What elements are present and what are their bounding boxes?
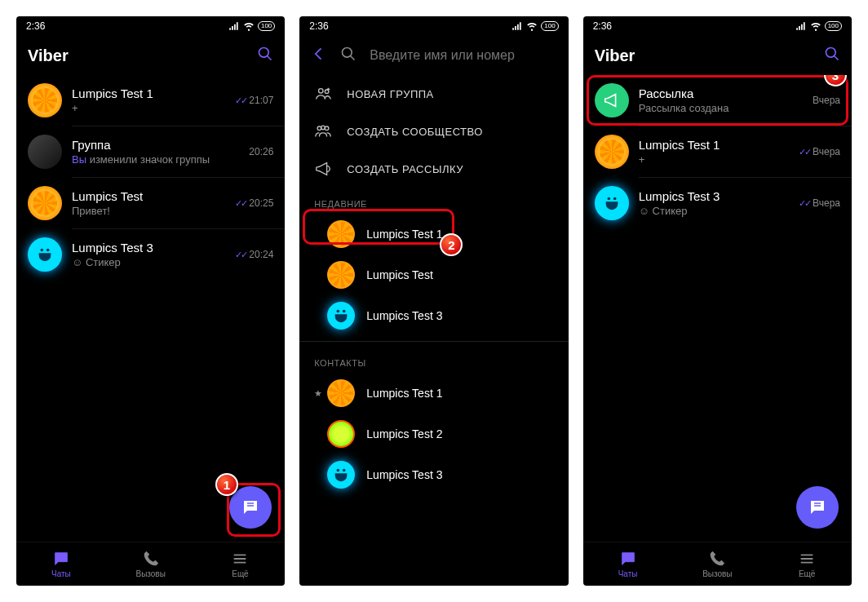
- search-icon: [257, 46, 273, 62]
- chat-name: Lumpics Test: [72, 189, 225, 203]
- contact-name: Lumpics Test 1: [366, 387, 442, 400]
- signal-icon: [228, 20, 240, 32]
- chat-text: Группа Вы изменили значок группы: [72, 138, 239, 166]
- svg-point-4: [319, 89, 324, 94]
- svg-point-12: [343, 469, 346, 472]
- chat-time: 20:24: [249, 249, 273, 260]
- tab-calls[interactable]: Вызовы: [106, 542, 196, 586]
- status-time: 2:36: [309, 20, 328, 32]
- back-button[interactable]: [311, 46, 327, 65]
- avatar: [595, 186, 629, 220]
- contact-item[interactable]: Lumpics Test 2: [299, 414, 568, 454]
- app-title: Viber: [595, 46, 811, 65]
- chat-item[interactable]: Группа Вы изменили значок группы 20:26: [16, 126, 285, 177]
- avatar: [28, 83, 62, 117]
- svg-point-0: [259, 48, 269, 58]
- tab-label: Чаты: [618, 569, 638, 578]
- search-input[interactable]: [370, 48, 556, 63]
- chat-preview: Рассылка создана: [639, 102, 803, 114]
- search-button[interactable]: [824, 46, 840, 65]
- chat-time: Вчера: [813, 197, 840, 209]
- avatar: [327, 302, 355, 330]
- chats-body: Рассылка Рассылка создана Вчера 3 Lumpic…: [583, 75, 852, 542]
- chat-text: Lumpics Test Привет!: [72, 189, 225, 217]
- svg-point-10: [343, 310, 346, 313]
- tab-calls[interactable]: Вызовы: [672, 542, 762, 586]
- chat-name: Lumpics Test 1: [639, 138, 789, 152]
- chat-preview: ☺ Стикер: [639, 205, 789, 217]
- status-icons: 100: [795, 20, 842, 32]
- search-button[interactable]: [257, 46, 273, 65]
- arrow-left-icon: [311, 46, 327, 62]
- tab-label: Чаты: [51, 569, 71, 578]
- app-title: Viber: [28, 46, 244, 65]
- compose-fab[interactable]: [796, 486, 839, 529]
- chat-item[interactable]: Lumpics Test 1 + ✓✓ 21:07: [16, 75, 285, 126]
- chat-meta: 20:26: [249, 146, 273, 157]
- tab-more[interactable]: Ещё: [196, 542, 286, 586]
- svg-point-13: [826, 48, 835, 58]
- chat-item-broadcast[interactable]: Рассылка Рассылка создана Вчера: [583, 75, 852, 126]
- screen-chats-list: 2:36 100 Viber Lumpics Test 1 + ✓✓ 21:07: [16, 16, 285, 586]
- tab-label: Вызовы: [135, 569, 165, 578]
- svg-point-2: [46, 249, 50, 252]
- battery-indicator: 100: [258, 21, 275, 31]
- seen-icon: ✓✓: [235, 198, 246, 208]
- phone-icon: [142, 550, 160, 568]
- svg-point-6: [317, 126, 321, 131]
- chat-item[interactable]: Lumpics Test Привет! ✓✓ 20:25: [16, 178, 285, 228]
- recent-item[interactable]: Lumpics Test: [299, 255, 568, 295]
- menu-new-group[interactable]: НОВАЯ ГРУППА: [299, 75, 568, 113]
- appbar: Viber: [583, 36, 852, 75]
- group-icon: [314, 85, 332, 103]
- screen-new-chat: 2:36 100 НОВАЯ ГРУППА СОЗДАТЬ СООБЩЕСТВО…: [299, 16, 568, 586]
- chat-meta: ✓✓ 21:07: [235, 95, 273, 106]
- menu-new-broadcast[interactable]: СОЗДАТЬ РАССЫЛКУ: [299, 150, 568, 188]
- signal-icon: [512, 20, 523, 32]
- avatar: [28, 186, 62, 220]
- svg-point-14: [607, 197, 610, 201]
- chat-item[interactable]: Lumpics Test 3 ☺ Стикер ✓✓ Вчера: [583, 178, 852, 228]
- bottom-nav: Чаты Вызовы Ещё: [583, 542, 852, 586]
- statusbar: 2:36 100: [299, 16, 568, 36]
- tab-chats[interactable]: Чаты: [16, 542, 106, 586]
- avatar: [595, 83, 629, 117]
- avatar: [327, 461, 355, 489]
- star-icon: ★: [314, 388, 322, 399]
- svg-point-1: [41, 249, 44, 252]
- menu-new-community[interactable]: СОЗДАТЬ СООБЩЕСТВО: [299, 113, 568, 150]
- compose-icon: [241, 498, 260, 517]
- divider: [299, 341, 568, 342]
- menu-label: СОЗДАТЬ СООБЩЕСТВО: [347, 126, 483, 138]
- chat-time: Вчера: [813, 146, 840, 157]
- section-contacts: КОНТАКТЫ: [299, 347, 568, 373]
- seen-icon: ✓✓: [235, 95, 246, 105]
- svg-point-15: [613, 197, 616, 201]
- seen-icon: ✓✓: [235, 250, 246, 259]
- avatar: [327, 220, 355, 248]
- chat-text: Lumpics Test 1 +: [639, 138, 789, 166]
- chat-preview: +: [639, 153, 789, 166]
- svg-point-8: [326, 126, 330, 131]
- chat-item[interactable]: Lumpics Test 3 ☺ Стикер ✓✓ 20:24: [16, 229, 285, 280]
- menu-icon: [798, 550, 816, 568]
- chat-time: 21:07: [249, 95, 273, 106]
- recent-item[interactable]: Lumpics Test 1: [299, 214, 568, 255]
- chats-icon: [52, 550, 70, 568]
- appbar: Viber: [16, 36, 285, 75]
- chat-item[interactable]: Lumpics Test 1 + ✓✓ Вчера: [583, 126, 852, 177]
- compose-fab[interactable]: [229, 486, 272, 529]
- contact-item[interactable]: ★ Lumpics Test 1: [299, 373, 568, 414]
- wifi-icon: [810, 20, 822, 32]
- chat-preview: +: [72, 102, 225, 114]
- search-icon-wrap: [340, 46, 356, 65]
- chat-text: Lumpics Test 3 ☺ Стикер: [72, 241, 225, 268]
- tab-more[interactable]: Ещё: [762, 542, 852, 586]
- recent-item[interactable]: Lumpics Test 3: [299, 295, 568, 336]
- chat-text: Lumpics Test 3 ☺ Стикер: [639, 189, 789, 217]
- tab-chats[interactable]: Чаты: [583, 542, 673, 586]
- chat-text: Lumpics Test 1 +: [72, 86, 225, 114]
- status-time: 2:36: [26, 20, 45, 32]
- chat-meta: Вчера: [813, 95, 840, 106]
- contact-item[interactable]: Lumpics Test 3: [299, 454, 568, 495]
